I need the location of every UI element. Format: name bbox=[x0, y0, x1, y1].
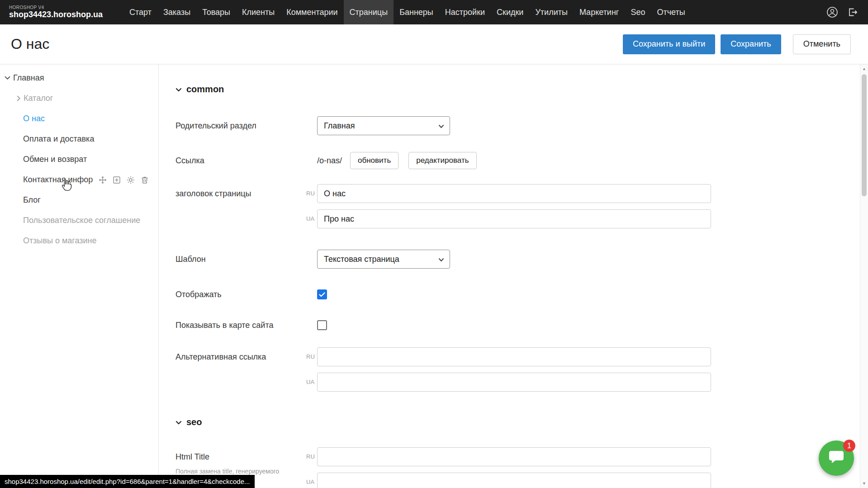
section-seo[interactable]: seo bbox=[175, 417, 860, 427]
alt-link-ru-input[interactable] bbox=[317, 347, 711, 366]
tree-item-label: Оплата и доставка bbox=[23, 134, 94, 144]
tree-item-blog[interactable]: Блог bbox=[0, 190, 158, 210]
tree-item-exchange-return[interactable]: Обмен и возврат bbox=[0, 149, 158, 170]
nav-pages[interactable]: Страницы bbox=[344, 0, 394, 24]
alt-link-ua-input[interactable] bbox=[317, 373, 711, 392]
field-label: Шаблон bbox=[175, 255, 317, 264]
page-title-inputs: RU UA bbox=[302, 184, 711, 228]
topbar-icons bbox=[826, 6, 858, 18]
field-label: Html Title bbox=[175, 447, 302, 466]
tree-item-label: Каталог bbox=[24, 94, 53, 103]
form-row-template: Шаблон Текстовая страница bbox=[175, 250, 860, 269]
chevron-down-icon[interactable] bbox=[5, 76, 10, 80]
delete-trash-icon[interactable] bbox=[140, 175, 149, 185]
tree-item-contact-info[interactable]: Контактная инфор bbox=[0, 170, 158, 190]
cancel-button[interactable]: Отменить bbox=[793, 34, 851, 54]
chevron-right-icon[interactable] bbox=[17, 95, 21, 101]
lang-tag-ru: RU bbox=[302, 447, 317, 466]
nav-clients[interactable]: Клиенты bbox=[236, 0, 280, 24]
vertical-scrollbar[interactable]: ▲ ▼ bbox=[860, 64, 868, 488]
nav-products[interactable]: Товары bbox=[196, 0, 236, 24]
lang-tag-ua: UA bbox=[302, 209, 317, 228]
page-header: О нас Сохранить и выйти Сохранить Отмени… bbox=[0, 24, 868, 64]
tree-item-label: О нас bbox=[23, 114, 45, 123]
nav-comments[interactable]: Комментарии bbox=[280, 0, 343, 24]
link-path: /o-nas/ bbox=[317, 156, 342, 166]
scroll-up-arrow[interactable]: ▲ bbox=[860, 65, 868, 72]
parent-section-select[interactable]: Главная bbox=[317, 116, 450, 135]
form-row-sitemap: Показывать в карте сайта bbox=[175, 320, 860, 330]
form-row-parent-section: Родительский раздел Главная bbox=[175, 116, 860, 135]
scrollbar-thumb[interactable] bbox=[862, 74, 867, 196]
chat-unread-badge: 1 bbox=[843, 440, 855, 452]
add-page-icon[interactable] bbox=[112, 175, 121, 185]
move-icon[interactable] bbox=[98, 175, 107, 185]
html-title-ru-input[interactable] bbox=[317, 447, 711, 466]
nav-discounts[interactable]: Скидки bbox=[491, 0, 529, 24]
tree-item-about[interactable]: О нас bbox=[0, 109, 158, 129]
display-checkbox[interactable] bbox=[317, 289, 327, 299]
tree-item-actions bbox=[98, 175, 149, 185]
html-title-inputs: RU UA bbox=[302, 447, 711, 488]
brand[interactable]: HOROSHOP V4 shop34423.horoshop.ua bbox=[9, 5, 103, 19]
link-status-bar: shop34423.horoshop.ua/edit/edit.php?id=6… bbox=[0, 475, 255, 488]
form-row-link: Ссылка /o-nas/ обновить редактировать bbox=[175, 152, 860, 169]
tree-item-catalog[interactable]: Каталог bbox=[0, 88, 158, 109]
save-and-exit-button[interactable]: Сохранить и выйти bbox=[623, 34, 715, 54]
edit-link-button[interactable]: редактировать bbox=[408, 152, 476, 169]
nav-reports[interactable]: Отчеты bbox=[651, 0, 691, 24]
nav-utilities[interactable]: Утилиты bbox=[529, 0, 573, 24]
nav-banners[interactable]: Баннеры bbox=[394, 0, 439, 24]
tree-item-label: Обмен и возврат bbox=[23, 155, 87, 164]
chevron-down-icon bbox=[438, 121, 444, 131]
form-row-display: Отображать bbox=[175, 289, 860, 299]
user-account-icon[interactable] bbox=[826, 6, 838, 18]
select-value: Главная bbox=[324, 121, 355, 131]
select-value: Текстовая страница bbox=[324, 255, 399, 264]
tree-item-user-agreement[interactable]: Пользовательское соглашение bbox=[0, 210, 158, 231]
nav-orders[interactable]: Заказы bbox=[157, 0, 196, 24]
tree-item-home[interactable]: Главная bbox=[0, 68, 158, 88]
field-label: Показывать в карте сайта bbox=[175, 321, 317, 330]
lang-tag-ru: RU bbox=[302, 184, 317, 203]
form-row-html-title: Html Title Полная замена title, генериру… bbox=[175, 447, 860, 488]
field-label: Родительский раздел bbox=[175, 121, 317, 131]
tree-item-label: Главная bbox=[13, 73, 44, 83]
logout-icon[interactable] bbox=[846, 6, 858, 18]
tree-item-label: Блог bbox=[23, 195, 41, 205]
save-button[interactable]: Сохранить bbox=[721, 34, 781, 54]
tree-item-label: Пользовательское соглашение bbox=[23, 216, 140, 225]
tree-item-payment-delivery[interactable]: Оплата и доставка bbox=[0, 129, 158, 149]
topbar: HOROSHOP V4 shop34423.horoshop.ua Старт … bbox=[0, 0, 868, 24]
header-actions: Сохранить и выйти Сохранить Отменить bbox=[623, 34, 851, 54]
field-label: Отображать bbox=[175, 290, 317, 299]
main-nav: Старт Заказы Товары Клиенты Комментарии … bbox=[123, 0, 691, 24]
nav-start[interactable]: Старт bbox=[123, 0, 157, 24]
tree-item-label: Контактная инфор bbox=[23, 175, 93, 185]
html-title-ua-input[interactable] bbox=[317, 473, 711, 488]
field-label: Ссылка bbox=[175, 156, 317, 166]
tree-item-store-reviews[interactable]: Отзывы о магазине bbox=[0, 231, 158, 251]
field-hint: Полная замена title, генерируемого bbox=[175, 467, 298, 475]
nav-seo[interactable]: Seo bbox=[625, 0, 651, 24]
section-common[interactable]: common bbox=[175, 84, 860, 95]
chevron-down-icon bbox=[175, 84, 182, 95]
scroll-down-arrow[interactable]: ▼ bbox=[860, 480, 868, 487]
chat-widget-button[interactable]: 1 bbox=[819, 441, 854, 476]
refresh-link-button[interactable]: обновить bbox=[350, 152, 398, 169]
settings-gear-icon[interactable] bbox=[126, 175, 135, 185]
template-select[interactable]: Текстовая страница bbox=[317, 250, 450, 269]
chat-bubble-icon bbox=[828, 449, 845, 467]
page-edit-form: common Родительский раздел Главная Ссылк… bbox=[159, 64, 860, 488]
nav-settings[interactable]: Настройки bbox=[439, 0, 491, 24]
form-row-page-title: заголовок страницы RU UA bbox=[175, 184, 860, 228]
page-title: О нас bbox=[11, 36, 49, 52]
sitemap-checkbox[interactable] bbox=[317, 320, 327, 330]
chevron-down-icon bbox=[438, 255, 444, 264]
chevron-down-icon bbox=[175, 417, 182, 427]
nav-marketing[interactable]: Маркетинг bbox=[574, 0, 625, 24]
page-title-ru-input[interactable] bbox=[317, 184, 711, 203]
brand-domain: shop34423.horoshop.ua bbox=[9, 10, 103, 19]
field-label-block: Html Title Полная замена title, генериру… bbox=[175, 447, 302, 475]
page-title-ua-input[interactable] bbox=[317, 209, 711, 228]
